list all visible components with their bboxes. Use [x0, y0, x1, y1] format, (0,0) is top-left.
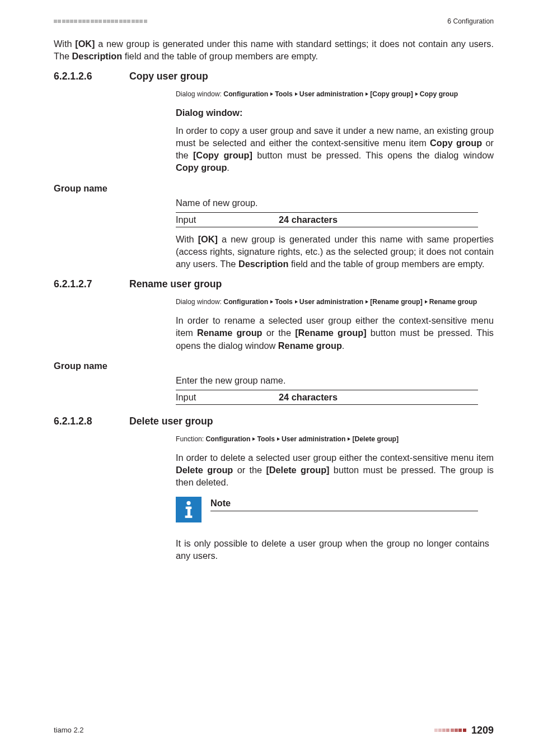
section-title: Delete user group: [129, 415, 213, 428]
ok-ref: [OK]: [75, 39, 95, 49]
crumb-item: User administration: [299, 90, 363, 98]
page-header: 6 Configuration: [0, 0, 534, 30]
menu-ref: Delete group: [176, 465, 233, 475]
copy-group-result: With [OK] a new group is generated under…: [176, 233, 494, 270]
section-heading: 6.2.1.2.7 Rename user group: [54, 278, 494, 291]
arrow-icon: [270, 92, 273, 96]
button-ref: [Rename group]: [295, 328, 366, 338]
arrow-icon: [295, 92, 298, 96]
crumb-item: User administration: [299, 298, 363, 306]
crumb-prefix: Function:: [176, 435, 206, 443]
footer-product: tiamo 2.2: [54, 725, 83, 735]
intro-paragraph: With [OK] a new group is generated under…: [54, 38, 494, 62]
text: .: [342, 340, 345, 351]
dialog-window-label: Dialog window:: [176, 106, 494, 119]
menu-ref: Rename group: [197, 328, 263, 338]
input-value: 24 characters: [279, 391, 338, 403]
crumb-prefix: Dialog window:: [176, 90, 223, 98]
crumb-item: [Rename group]: [370, 298, 422, 306]
section-title: Copy user group: [129, 70, 208, 83]
group-name-label: Group name: [54, 360, 494, 372]
footer-ornament: [434, 729, 467, 732]
crumb-item: Copy group: [420, 90, 458, 98]
description-ref: Description: [238, 259, 289, 269]
breadcrumb: Function: ConfigurationToolsUser adminis…: [176, 434, 494, 445]
breadcrumb: Dialog window: ConfigurationToolsUser ad…: [176, 297, 494, 307]
description-ref: Description: [72, 51, 123, 61]
svg-rect-3: [185, 515, 193, 517]
text: With: [176, 234, 198, 244]
section-number: 6.2.1.2.6: [54, 70, 129, 83]
copy-group-paragraph: In order to copy a user group and save i…: [176, 124, 494, 174]
page-number: 1209: [471, 724, 494, 737]
button-ref: [Copy group]: [193, 150, 252, 160]
text: or the: [263, 328, 296, 338]
crumb-item: Tools: [275, 298, 293, 306]
text: button must be pressed. This opens the d…: [252, 150, 494, 160]
crumb-item: Configuration: [223, 90, 268, 98]
info-icon: [176, 497, 202, 522]
section-number: 6.2.1.2.8: [54, 415, 129, 428]
header-ornament: [54, 20, 148, 23]
crumb-prefix: Dialog window:: [176, 298, 223, 306]
arrow-icon: [252, 437, 255, 441]
arrow-icon: [366, 300, 368, 304]
crumb-item: User administration: [282, 435, 345, 443]
text: .: [227, 162, 229, 172]
arrow-icon: [425, 300, 428, 304]
ok-ref: [OK]: [198, 234, 218, 244]
section-heading: 6.2.1.2.6 Copy user group: [54, 70, 494, 83]
arrow-icon: [366, 92, 368, 96]
arrow-icon: [295, 300, 298, 304]
svg-rect-2: [188, 506, 190, 516]
group-name-desc: Name of new group.: [176, 197, 494, 209]
group-name-desc: Enter the new group name.: [176, 374, 494, 386]
crumb-item: Configuration: [223, 298, 268, 306]
group-name-label: Group name: [54, 182, 494, 194]
arrow-icon: [415, 92, 418, 96]
svg-point-0: [186, 501, 190, 505]
page-footer: tiamo 2.2 1209: [54, 724, 494, 737]
note-text: It is only possible to delete a user gro…: [176, 537, 489, 562]
note-title: Note: [210, 497, 478, 511]
text: With: [54, 39, 75, 49]
arrow-icon: [348, 437, 350, 441]
breadcrumb: Dialog window: ConfigurationToolsUser ad…: [176, 89, 494, 100]
delete-group-paragraph: In order to delete a selected user group…: [176, 451, 494, 488]
crumb-item: [Delete group]: [352, 435, 399, 443]
crumb-item: Tools: [275, 90, 293, 98]
crumb-item: [Copy group]: [370, 90, 413, 98]
input-value: 24 characters: [279, 213, 338, 226]
text: field and the table of group members are…: [289, 259, 485, 269]
note-block: Note: [176, 497, 494, 522]
window-ref: Copy group: [176, 162, 227, 172]
text: In order to delete a selected user group…: [176, 452, 494, 463]
section-title: Rename user group: [129, 278, 222, 291]
arrow-icon: [277, 437, 280, 441]
menu-ref: Copy group: [430, 138, 482, 148]
input-spec-row: Input 24 characters: [176, 390, 478, 405]
input-spec-row: Input 24 characters: [176, 212, 478, 227]
header-section: 6 Configuration: [447, 17, 494, 26]
rename-group-paragraph: In order to rename a selected user group…: [176, 314, 494, 351]
input-key: Input: [176, 213, 279, 226]
button-ref: [Delete group]: [266, 465, 329, 475]
crumb-item: Tools: [257, 435, 275, 443]
section-heading: 6.2.1.2.8 Delete user group: [54, 415, 494, 428]
crumb-item: Configuration: [206, 435, 251, 443]
crumb-item: Rename group: [429, 298, 477, 306]
text: field and the table of group members are…: [122, 51, 318, 61]
window-ref: Rename group: [278, 340, 342, 351]
arrow-icon: [270, 300, 273, 304]
text: or the: [233, 465, 266, 475]
input-key: Input: [176, 391, 279, 403]
section-number: 6.2.1.2.7: [54, 278, 129, 291]
